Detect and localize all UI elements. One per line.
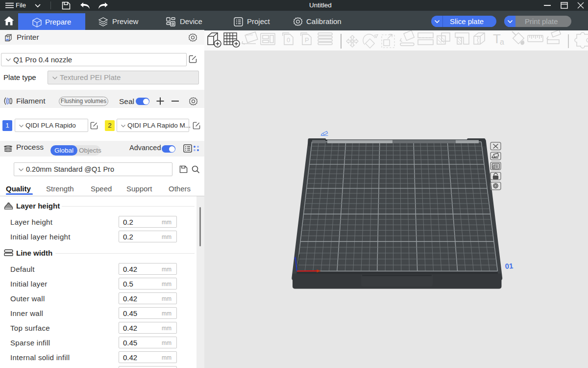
svg-text:01: 01 <box>505 262 514 270</box>
svg-text:0: 0 <box>287 36 290 44</box>
svg-text:P: P <box>305 36 309 44</box>
svg-text:AUTO: AUTO <box>246 33 253 36</box>
svg-text:a: a <box>500 38 504 46</box>
